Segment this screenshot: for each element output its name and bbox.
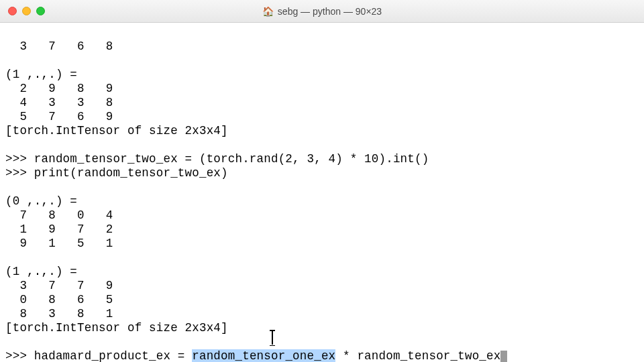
selected-text: random_tensor_one_ex	[192, 349, 335, 362]
window-titlebar: 🏠 sebg — python — 90×23	[0, 0, 644, 23]
repl-input-line: print(random_tensor_two_ex)	[34, 166, 228, 180]
maximize-button[interactable]	[36, 7, 45, 15]
repl-input-line: random_tensor_two_ex = (torch.rand(2, 3,…	[34, 152, 429, 166]
terminal-output[interactable]: 3 7 6 8 (1 ,.,.) = 2 9 8 9 4 3 3 8 5 7 6…	[0, 23, 644, 362]
output-line: (0 ,.,.) =	[5, 194, 85, 208]
output-line: 3 7 6 8	[5, 40, 113, 53]
output-line: [torch.IntTensor of size 2x3x4]	[5, 321, 228, 335]
close-button[interactable]	[8, 7, 17, 15]
repl-prompt: >>>	[5, 166, 34, 180]
repl-input-pre: hadamard_product_ex =	[34, 349, 192, 362]
output-line: 3 7 7 9	[5, 279, 113, 292]
output-line: 7 8 0 4	[5, 208, 113, 222]
terminal-cursor	[500, 351, 507, 362]
home-icon: 🏠	[262, 6, 274, 17]
repl-prompt: >>>	[5, 349, 34, 362]
output-line: (1 ,.,.) =	[5, 68, 85, 81]
output-line: 1 9 7 2	[5, 223, 113, 236]
output-line: [torch.IntTensor of size 2x3x4]	[5, 124, 228, 137]
traffic-lights	[8, 7, 45, 15]
output-line: 9 1 5 1	[5, 237, 113, 250]
window-title-text: sebg — python — 90×23	[278, 6, 382, 17]
output-line: 2 9 8 9	[5, 82, 113, 95]
output-line: 8 3 8 1	[5, 307, 113, 320]
output-line: 0 8 6 5	[5, 293, 113, 306]
repl-input-post: * random_tensor_two_ex	[335, 349, 500, 362]
minimize-button[interactable]	[22, 7, 31, 15]
window-title: 🏠 sebg — python — 90×23	[0, 6, 644, 17]
output-line: 5 7 6 9	[5, 110, 113, 123]
output-line: (1 ,.,.) =	[5, 265, 85, 278]
repl-prompt: >>>	[5, 152, 34, 166]
output-line: 4 3 3 8	[5, 96, 113, 109]
